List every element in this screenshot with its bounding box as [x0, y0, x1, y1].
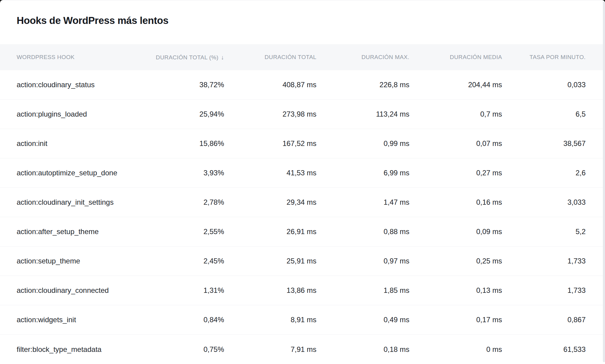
total-duration-pct-cell: 15,86%: [138, 139, 224, 148]
total-duration-cell: 26,91 ms: [224, 227, 316, 236]
hook-name-cell: action:cloudinary_init_settings: [17, 198, 138, 207]
column-header-label: DURACIÓN MEDIA: [450, 54, 502, 60]
total-duration-cell: 167,52 ms: [224, 139, 316, 148]
max-duration-cell: 113,24 ms: [316, 110, 409, 118]
table-row: action:setup_theme2,45%25,91 ms0,97 ms0,…: [0, 247, 605, 276]
total-duration-pct-cell: 2,78%: [138, 198, 224, 207]
card-title: Hooks de WordPress más lentos: [17, 15, 605, 27]
rate-per-minute-cell: 0,033: [502, 81, 586, 89]
column-header-duracion-total[interactable]: DURACIÓN TOTAL: [224, 54, 316, 61]
hook-name-cell: action:plugins_loaded: [17, 110, 138, 118]
hook-name-cell: action:widgets_init: [17, 316, 138, 324]
table-row: action:cloudinary_status38,72%408,87 ms2…: [0, 70, 605, 100]
total-duration-cell: 273,98 ms: [224, 110, 316, 118]
column-header-duracion-media[interactable]: DURACIÓN MEDIA: [409, 54, 502, 61]
avg-duration-cell: 0,17 ms: [409, 316, 502, 324]
max-duration-cell: 0,97 ms: [316, 257, 409, 265]
max-duration-cell: 0,18 ms: [316, 345, 409, 354]
avg-duration-cell: 0,7 ms: [409, 110, 502, 118]
table-row: action:after_setup_theme2,55%26,91 ms0,8…: [0, 217, 605, 247]
column-header-wordpress-hook[interactable]: WORDPRESS HOOK: [17, 54, 138, 61]
total-duration-pct-cell: 25,94%: [138, 110, 224, 118]
vertical-scrollbar[interactable]: [603, 2, 605, 362]
hook-name-cell: action:after_setup_theme: [17, 227, 138, 236]
column-header-label: TASA POR MINUTO.: [530, 54, 586, 60]
total-duration-cell: 29,34 ms: [224, 198, 316, 207]
rate-per-minute-cell: 61,533: [502, 345, 586, 354]
rate-per-minute-cell: 0,867: [502, 316, 586, 324]
table-body: action:cloudinary_status38,72%408,87 ms2…: [0, 70, 605, 364]
total-duration-pct-cell: 38,72%: [138, 81, 224, 89]
column-header-duracion-max[interactable]: DURACIÓN MAX.: [316, 54, 409, 61]
avg-duration-cell: 0 ms: [409, 345, 502, 354]
max-duration-cell: 1,85 ms: [316, 286, 409, 295]
hook-name-cell: action:init: [17, 139, 138, 148]
rate-per-minute-cell: 2,6: [502, 169, 586, 177]
avg-duration-cell: 0,09 ms: [409, 227, 502, 236]
table-row: action:widgets_init0,84%8,91 ms0,49 ms0,…: [0, 305, 605, 335]
rate-per-minute-cell: 5,2: [502, 227, 586, 236]
table-row: action:cloudinary_connected1,31%13,86 ms…: [0, 276, 605, 305]
total-duration-cell: 41,53 ms: [224, 169, 316, 177]
total-duration-cell: 13,86 ms: [224, 286, 316, 295]
hook-name-cell: action:autoptimize_setup_done: [17, 169, 138, 177]
hook-name-cell: action:setup_theme: [17, 257, 138, 265]
total-duration-cell: 408,87 ms: [224, 81, 316, 89]
max-duration-cell: 0,88 ms: [316, 227, 409, 236]
rate-per-minute-cell: 1,733: [502, 257, 586, 265]
max-duration-cell: 6,99 ms: [316, 169, 409, 177]
avg-duration-cell: 0,25 ms: [409, 257, 502, 265]
max-duration-cell: 0,99 ms: [316, 139, 409, 148]
rate-per-minute-cell: 6,5: [502, 110, 586, 118]
table-row: action:plugins_loaded25,94%273,98 ms113,…: [0, 100, 605, 129]
hook-name-cell: action:cloudinary_connected: [17, 286, 138, 295]
column-header-label: DURACIÓN MAX.: [362, 54, 409, 60]
avg-duration-cell: 204,44 ms: [409, 81, 502, 89]
total-duration-pct-cell: 2,55%: [138, 227, 224, 236]
table-header-row: WORDPRESS HOOK DURACIÓN TOTAL (%)↓ DURAC…: [0, 44, 605, 70]
table-row: action:init15,86%167,52 ms0,99 ms0,07 ms…: [0, 129, 605, 158]
table-row: filter:block_type_metadata0,75%7,91 ms0,…: [0, 335, 605, 364]
column-header-duracion-total-pct[interactable]: DURACIÓN TOTAL (%)↓: [138, 54, 224, 61]
total-duration-cell: 8,91 ms: [224, 316, 316, 324]
table-row: action:autoptimize_setup_done3,93%41,53 …: [0, 158, 605, 188]
avg-duration-cell: 0,07 ms: [409, 139, 502, 148]
max-duration-cell: 0,49 ms: [316, 316, 409, 324]
sort-descending-icon: ↓: [221, 54, 224, 61]
total-duration-pct-cell: 2,45%: [138, 257, 224, 265]
total-duration-cell: 7,91 ms: [224, 345, 316, 354]
column-header-label: WORDPRESS HOOK: [17, 54, 74, 60]
total-duration-pct-cell: 1,31%: [138, 286, 224, 295]
rate-per-minute-cell: 38,567: [502, 139, 586, 148]
max-duration-cell: 1,47 ms: [316, 198, 409, 207]
rate-per-minute-cell: 3,033: [502, 198, 586, 207]
column-header-label: DURACIÓN TOTAL: [265, 54, 316, 60]
total-duration-pct-cell: 0,84%: [138, 316, 224, 324]
avg-duration-cell: 0,27 ms: [409, 169, 502, 177]
hook-name-cell: filter:block_type_metadata: [17, 345, 138, 354]
column-header-tasa-por-minuto[interactable]: TASA POR MINUTO.: [502, 54, 586, 61]
slowest-wordpress-hooks-card: Hooks de WordPress más lentos WORDPRESS …: [0, 0, 605, 364]
hook-name-cell: action:cloudinary_status: [17, 81, 138, 89]
column-header-label: DURACIÓN TOTAL (%): [156, 54, 219, 61]
table-row: action:cloudinary_init_settings2,78%29,3…: [0, 188, 605, 217]
rate-per-minute-cell: 1,733: [502, 286, 586, 295]
total-duration-cell: 25,91 ms: [224, 257, 316, 265]
avg-duration-cell: 0,16 ms: [409, 198, 502, 207]
max-duration-cell: 226,8 ms: [316, 81, 409, 89]
avg-duration-cell: 0,13 ms: [409, 286, 502, 295]
total-duration-pct-cell: 0,75%: [138, 345, 224, 354]
total-duration-pct-cell: 3,93%: [138, 169, 224, 177]
